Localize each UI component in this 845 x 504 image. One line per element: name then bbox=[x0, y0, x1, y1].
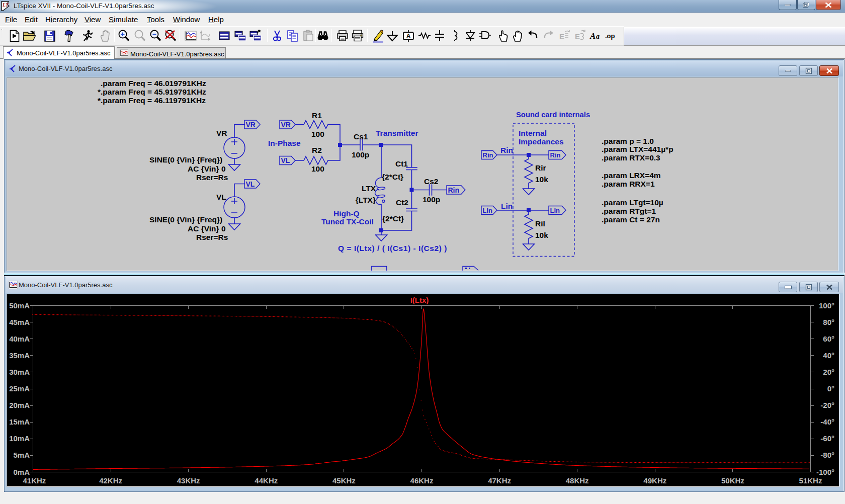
svg-text:LTX: LTX bbox=[362, 184, 376, 193]
svg-text:Lin: Lin bbox=[483, 207, 493, 214]
svg-text:100: 100 bbox=[311, 130, 324, 138]
svg-text:{2*Ct}: {2*Ct} bbox=[382, 214, 404, 223]
svg-text:Impedances: Impedances bbox=[519, 137, 564, 146]
svg-text:SINE(0 {Vin} {Freq}): SINE(0 {Vin} {Freq}) bbox=[149, 155, 222, 164]
svg-text:Rir: Rir bbox=[535, 163, 546, 172]
svg-text:Cs2: Cs2 bbox=[424, 177, 438, 186]
svg-text:45KHz: 45KHz bbox=[332, 476, 356, 485]
svg-text:-40°: -40° bbox=[820, 417, 834, 426]
svg-text:Rin: Rin bbox=[500, 146, 513, 154]
svg-text:25mA: 25mA bbox=[9, 384, 30, 393]
svg-text:I(Ltx): I(Ltx) bbox=[410, 296, 429, 304]
svg-text:VL: VL bbox=[281, 156, 290, 164]
svg-text:SINE(0 {Vin} {Freq}): SINE(0 {Vin} {Freq}) bbox=[149, 215, 222, 224]
svg-text:AC {Vin} 0: AC {Vin} 0 bbox=[188, 224, 226, 233]
svg-text:A: A bbox=[406, 33, 411, 40]
svg-text:49KHz: 49KHz bbox=[643, 476, 666, 485]
svg-text:VR: VR bbox=[246, 121, 256, 129]
svg-text:50mA: 50mA bbox=[9, 301, 30, 310]
svg-text:43KHz: 43KHz bbox=[177, 476, 200, 485]
svg-text:E: E bbox=[575, 32, 580, 41]
svg-text:50KHz: 50KHz bbox=[721, 476, 744, 485]
svg-text:40mA: 40mA bbox=[9, 334, 30, 343]
svg-text:VL: VL bbox=[246, 180, 255, 188]
svg-text:Cs1: Cs1 bbox=[354, 132, 368, 141]
svg-text:.param LTgt=10µ: .param LTgt=10µ bbox=[602, 198, 663, 207]
svg-text:.param RTgt=1: .param RTgt=1 bbox=[602, 207, 656, 215]
svg-text:40°: 40° bbox=[823, 351, 834, 360]
svg-text:Tuned TX-Coil: Tuned TX-Coil bbox=[321, 217, 374, 226]
svg-text:High-Q: High-Q bbox=[333, 209, 360, 218]
svg-text:10k: 10k bbox=[535, 175, 548, 184]
svg-text:46KHz: 46KHz bbox=[410, 476, 434, 485]
svg-text:0°: 0° bbox=[827, 384, 834, 393]
svg-text:AC {Vin} 0: AC {Vin} 0 bbox=[188, 164, 226, 173]
svg-text:30mA: 30mA bbox=[9, 368, 30, 376]
svg-text:100p: 100p bbox=[352, 150, 369, 159]
svg-text:E: E bbox=[559, 32, 564, 41]
svg-text:51KHz: 51KHz bbox=[799, 476, 822, 485]
svg-text:*.param Freq = 45.919791KHz: *.param Freq = 45.919791KHz bbox=[98, 88, 206, 96]
svg-text:Q = I(Ltx) / ( I(Cs1) - I(Cs2): Q = I(Ltx) / ( I(Cs1) - I(Cs2) ) bbox=[338, 244, 447, 253]
svg-text:80°: 80° bbox=[823, 318, 834, 326]
svg-text:Ril: Ril bbox=[535, 219, 545, 228]
svg-text:10k: 10k bbox=[535, 231, 548, 239]
svg-text:60°: 60° bbox=[823, 334, 834, 343]
svg-text:44KHz: 44KHz bbox=[255, 476, 278, 485]
svg-text:-60°: -60° bbox=[820, 434, 834, 443]
svg-text:.param RRX=1: .param RRX=1 bbox=[602, 180, 655, 188]
svg-text:0mA: 0mA bbox=[13, 468, 30, 476]
svg-text:VL: VL bbox=[216, 193, 226, 201]
svg-text:A: A bbox=[589, 31, 596, 41]
svg-text:.param LTX=441µ*p: .param LTX=441µ*p bbox=[602, 145, 673, 153]
svg-text:{2*Ct}: {2*Ct} bbox=[382, 173, 403, 181]
svg-text:R2: R2 bbox=[312, 146, 322, 154]
svg-text:Sound card internals: Sound card internals bbox=[516, 111, 590, 119]
svg-text:45mA: 45mA bbox=[9, 318, 30, 326]
svg-text:42KHz: 42KHz bbox=[99, 476, 122, 485]
svg-text:In-Phase: In-Phase bbox=[268, 139, 301, 147]
svg-text:Ct1: Ct1 bbox=[395, 159, 408, 168]
svg-text:*.param Freq = 46.119791KHz: *.param Freq = 46.119791KHz bbox=[98, 96, 206, 105]
svg-text:VR: VR bbox=[281, 121, 291, 129]
svg-text:.param Freq = 46.019791KHz: .param Freq = 46.019791KHz bbox=[101, 79, 206, 88]
svg-text:-100°: -100° bbox=[816, 468, 834, 476]
svg-text:47KHz: 47KHz bbox=[488, 476, 511, 485]
svg-text:Rin: Rin bbox=[483, 151, 493, 159]
svg-text:48KHz: 48KHz bbox=[566, 476, 589, 485]
svg-text:20°: 20° bbox=[823, 368, 834, 376]
svg-text:10mA: 10mA bbox=[9, 434, 30, 443]
svg-text:41KHz: 41KHz bbox=[23, 476, 46, 485]
svg-text:{LTX}: {LTX} bbox=[356, 196, 376, 204]
svg-text:5mA: 5mA bbox=[13, 451, 30, 459]
svg-text:VR: VR bbox=[216, 129, 227, 137]
svg-text:100°: 100° bbox=[819, 301, 834, 310]
svg-text:20mA: 20mA bbox=[9, 401, 30, 409]
svg-text:Internal: Internal bbox=[519, 129, 547, 137]
svg-text:Transmitter: Transmitter bbox=[376, 129, 418, 137]
svg-text:LT: LT bbox=[2, 2, 9, 8]
svg-text:100: 100 bbox=[311, 164, 324, 173]
svg-text:Ct2: Ct2 bbox=[396, 198, 408, 207]
svg-text:100p: 100p bbox=[422, 195, 440, 204]
svg-text:Rin: Rin bbox=[448, 186, 460, 194]
svg-text:.op: .op bbox=[605, 32, 615, 40]
svg-text:.param RTX=0.3: .param RTX=0.3 bbox=[602, 153, 660, 162]
svg-text:35mA: 35mA bbox=[9, 351, 30, 360]
svg-text:15mA: 15mA bbox=[9, 417, 30, 426]
svg-text:Rser=Rs: Rser=Rs bbox=[196, 233, 228, 241]
svg-text:R1: R1 bbox=[312, 111, 322, 120]
svg-text:-80°: -80° bbox=[820, 451, 834, 459]
svg-text:.param p = 1.0: .param p = 1.0 bbox=[602, 137, 654, 145]
svg-text:Rser=Rs: Rser=Rs bbox=[196, 173, 228, 182]
svg-text:Lin: Lin bbox=[501, 202, 513, 210]
svg-text:.param Ct = 27n: .param Ct = 27n bbox=[602, 215, 660, 224]
svg-text:.param LRX=4m: .param LRX=4m bbox=[602, 171, 661, 180]
svg-text:Lin: Lin bbox=[550, 207, 560, 214]
svg-text:a: a bbox=[596, 33, 600, 40]
svg-text:Rin: Rin bbox=[550, 151, 561, 159]
svg-text:-20°: -20° bbox=[820, 401, 834, 409]
